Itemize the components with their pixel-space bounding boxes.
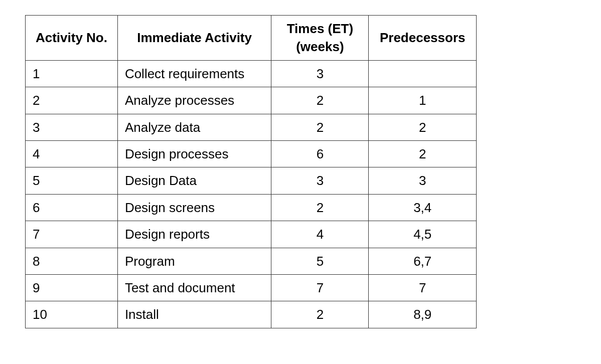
header-times: Times (ET) (weeks) [271,16,369,61]
cell-immediate: Design screens [117,194,271,221]
cell-times: 7 [271,274,369,301]
table-header-row: Activity No. Immediate Activity Times (E… [26,16,477,61]
cell-immediate: Design processes [117,140,271,167]
header-immediate: Immediate Activity [117,16,271,61]
table-row: 7Design reports44,5 [26,221,477,248]
cell-immediate: Analyze processes [117,87,271,114]
table-row: 5Design Data33 [26,167,477,194]
table-row: 6Design screens23,4 [26,194,477,221]
cell-predecessors: 8,9 [369,301,477,328]
cell-immediate: Design Data [117,167,271,194]
table-row: 10Install28,9 [26,301,477,328]
cell-activity-no: 7 [26,221,118,248]
table-row: 1Collect requirements3 [26,60,477,87]
cell-activity-no: 6 [26,194,118,221]
cell-times: 3 [271,167,369,194]
cell-predecessors [369,60,477,87]
table-row: 9Test and document77 [26,274,477,301]
cell-immediate: Install [117,301,271,328]
cell-predecessors: 2 [369,140,477,167]
cell-immediate: Collect requirements [117,60,271,87]
cell-times: 2 [271,114,369,140]
cell-predecessors: 2 [369,114,477,140]
cell-activity-no: 3 [26,114,118,140]
cell-immediate: Test and document [117,274,271,301]
cell-activity-no: 5 [26,167,118,194]
activity-table: Activity No. Immediate Activity Times (E… [25,15,477,328]
cell-predecessors: 3 [369,167,477,194]
cell-times: 2 [271,87,369,114]
cell-predecessors: 3,4 [369,194,477,221]
cell-predecessors: 1 [369,87,477,114]
cell-activity-no: 9 [26,274,118,301]
cell-immediate: Analyze data [117,114,271,140]
cell-predecessors: 4,5 [369,221,477,248]
cell-predecessors: 7 [369,274,477,301]
cell-times: 6 [271,140,369,167]
header-activity-no: Activity No. [26,16,118,61]
cell-predecessors: 6,7 [369,248,477,274]
cell-times: 2 [271,194,369,221]
header-predecessors: Predecessors [369,16,477,61]
cell-activity-no: 8 [26,248,118,274]
cell-activity-no: 4 [26,140,118,167]
cell-times: 4 [271,221,369,248]
cell-times: 5 [271,248,369,274]
table-row: 3Analyze data22 [26,114,477,140]
cell-immediate: Program [117,248,271,274]
cell-activity-no: 10 [26,301,118,328]
cell-times: 3 [271,60,369,87]
table-row: 2Analyze processes21 [26,87,477,114]
cell-activity-no: 2 [26,87,118,114]
cell-activity-no: 1 [26,60,118,87]
table-row: 8Program56,7 [26,248,477,274]
cell-immediate: Design reports [117,221,271,248]
cell-times: 2 [271,301,369,328]
table-row: 4Design processes62 [26,140,477,167]
